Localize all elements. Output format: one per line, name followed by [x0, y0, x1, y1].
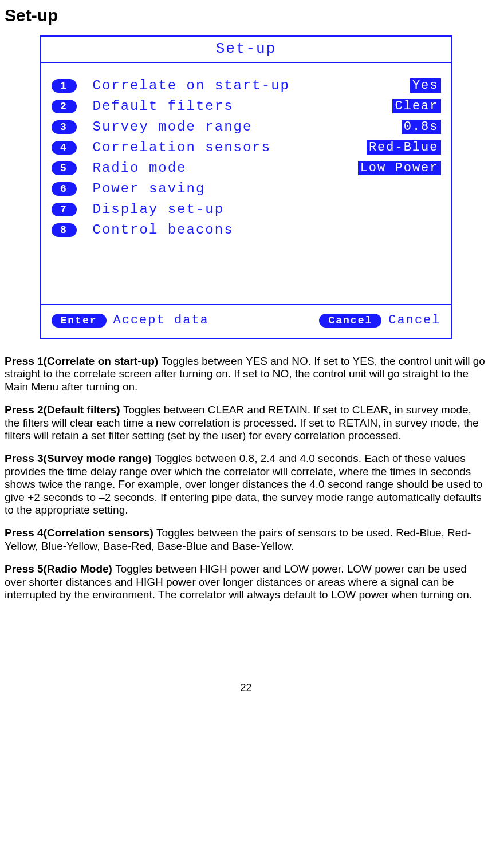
menu-item-1[interactable]: 1 Correlate on start-up Yes: [52, 78, 441, 93]
cancel-label: Cancel: [388, 313, 440, 328]
menu-item-3[interactable]: 3 Survey mode range 0.8s: [52, 119, 441, 135]
num-badge-5: 5: [52, 161, 77, 175]
paragraph-3: Press 3(Survey mode range) Toggles betwe…: [5, 452, 487, 516]
paragraph-2-bold: Press 2(Default filters): [5, 404, 123, 416]
menu-item-2[interactable]: 2 Default filters Clear: [52, 98, 441, 114]
num-badge-1: 1: [52, 79, 77, 93]
num-badge-7: 7: [52, 203, 77, 216]
menu-value-1: Yes: [410, 78, 441, 93]
enter-label: Accept data: [113, 313, 209, 328]
menu-label-4: Correlation sensors: [93, 140, 271, 155]
menu-item-5[interactable]: 5 Radio mode Low Power: [52, 160, 441, 176]
menu-value-3: 0.8s: [402, 120, 441, 134]
menu-label-6: Power saving: [93, 181, 206, 196]
menu-label-5: Radio mode: [93, 160, 187, 176]
menu-value-2: Clear: [392, 99, 440, 113]
paragraph-1: Press 1(Correlate on start-up) Toggles b…: [5, 355, 487, 393]
paragraph-2: Press 2(Default filters) Toggles between…: [5, 404, 487, 442]
menu-label-1: Correlate on start-up: [93, 78, 290, 93]
menu-value-5: Low Power: [358, 161, 441, 175]
menu-label-8: Control beacons: [93, 222, 234, 238]
screen-title-row: Set-up: [41, 37, 451, 58]
menu-item-7[interactable]: 7 Display set-up: [52, 202, 441, 217]
bottom-bar: Enter Accept data Cancel Cancel: [41, 304, 451, 338]
page-number: 22: [5, 682, 487, 694]
paragraph-5: Press 5(Radio Mode) Toggles between HIGH…: [5, 563, 487, 601]
screenshot-container: Set-up 1 Correlate on start-up Yes 2 Def…: [5, 35, 487, 339]
menu-label-3: Survey mode range: [93, 119, 253, 135]
menu-value-4: Red-Blue: [367, 140, 441, 155]
menu-item-6[interactable]: 6 Power saving: [52, 181, 441, 196]
enter-group[interactable]: Enter Accept data: [52, 313, 209, 328]
paragraph-1-bold: Press 1(Correlate on start-up): [5, 355, 161, 367]
menu-label-7: Display set-up: [93, 202, 225, 217]
menu-item-8[interactable]: 8 Control beacons: [52, 222, 441, 238]
screen-title: Set-up: [216, 40, 277, 57]
num-badge-4: 4: [52, 141, 77, 155]
menu-area: 1 Correlate on start-up Yes 2 Default fi…: [41, 63, 451, 304]
paragraph-5-bold: Press 5(Radio Mode): [5, 563, 115, 575]
num-badge-3: 3: [52, 120, 77, 134]
paragraph-3-bold: Press 3(Survey mode range): [5, 452, 155, 464]
num-badge-8: 8: [52, 223, 77, 237]
num-badge-2: 2: [52, 100, 77, 113]
enter-key-badge: Enter: [52, 314, 107, 328]
page-title: Set-up: [5, 6, 487, 25]
menu-label-2: Default filters: [93, 98, 234, 114]
cancel-group[interactable]: Cancel Cancel: [319, 313, 440, 328]
paragraph-4: Press 4(Correlation sensors) Toggles bet…: [5, 527, 487, 553]
cancel-key-badge: Cancel: [319, 314, 381, 328]
menu-item-4[interactable]: 4 Correlation sensors Red-Blue: [52, 140, 441, 155]
device-screenshot: Set-up 1 Correlate on start-up Yes 2 Def…: [40, 35, 452, 339]
paragraph-4-bold: Press 4(Correlation sensors): [5, 527, 156, 539]
num-badge-6: 6: [52, 182, 77, 196]
